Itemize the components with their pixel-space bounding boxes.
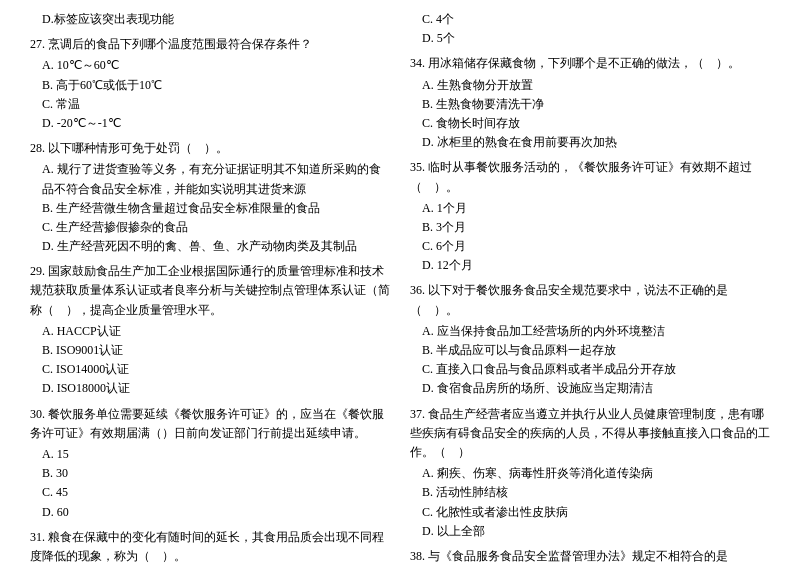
q36-opt-b: B. 半成品应可以与食品原料一起存放 xyxy=(410,341,770,360)
q29-opt-a: A. HACCP认证 xyxy=(30,322,390,341)
q31-text: 31. 粮食在保藏中的变化有随时间的延长，其食用品质会出现不同程度降低的现象，称… xyxy=(30,528,390,565)
option-d-label: D.标签应该突出表现功能 xyxy=(30,10,390,29)
q36-opt-a: A. 应当保持食品加工经营场所的内外环境整洁 xyxy=(410,322,770,341)
question-29: 29. 国家鼓励食品生产加工企业根据国际通行的质量管理标准和技术规范获取质量体系… xyxy=(30,262,390,398)
question-34: 34. 用冰箱储存保藏食物，下列哪个是不正确的做法，（ ）。 A. 生熟食物分开… xyxy=(410,54,770,152)
q35-opt-d: D. 12个月 xyxy=(410,256,770,275)
item-d: D.标签应该突出表现功能 xyxy=(30,10,390,29)
q37-opt-b: B. 活动性肺结核 xyxy=(410,483,770,502)
q35-opt-c: C. 6个月 xyxy=(410,237,770,256)
q34-opt-d: D. 冰柜里的熟食在食用前要再次加热 xyxy=(410,133,770,152)
opt-c4-label: C. 4个 xyxy=(410,10,770,29)
q36-text: 36. 以下对于餐饮服务食品安全规范要求中，说法不正确的是（ ）。 xyxy=(410,281,770,319)
q27-opt-b: B. 高于60℃或低于10℃ xyxy=(30,76,390,95)
q27-text: 27. 烹调后的食品下列哪个温度范围最符合保存条件？ xyxy=(30,35,390,54)
q38-text: 38. 与《食品服务食品安全监督管理办法》规定不相符合的是（ ）。 xyxy=(410,547,770,565)
q28-opt-a: A. 规行了进货查验等义务，有充分证据证明其不知道所采购的食品不符合食品安全标准… xyxy=(30,160,390,198)
q34-opt-b: B. 生熟食物要清洗干净 xyxy=(410,95,770,114)
question-28: 28. 以下哪种情形可免于处罚（ ）。 A. 规行了进货查验等义务，有充分证据证… xyxy=(30,139,390,256)
question-27: 27. 烹调后的食品下列哪个温度范围最符合保存条件？ A. 10℃～60℃ B.… xyxy=(30,35,390,133)
item-c4: C. 4个 D. 5个 xyxy=(410,10,770,48)
q27-opt-a: A. 10℃～60℃ xyxy=(30,56,390,75)
question-36: 36. 以下对于餐饮服务食品安全规范要求中，说法不正确的是（ ）。 A. 应当保… xyxy=(410,281,770,398)
q30-opt-c: C. 45 xyxy=(30,483,390,502)
q29-opt-c: C. ISO14000认证 xyxy=(30,360,390,379)
q36-opt-d: D. 食宿食品房所的场所、设施应当定期清洁 xyxy=(410,379,770,398)
q34-text: 34. 用冰箱储存保藏食物，下列哪个是不正确的做法，（ ）。 xyxy=(410,54,770,73)
question-30: 30. 餐饮服务单位需要延续《餐饮服务许可证》的，应当在《餐饮服务许可证》有效期… xyxy=(30,405,390,522)
q28-text: 28. 以下哪种情形可免于处罚（ ）。 xyxy=(30,139,390,158)
q35-text: 35. 临时从事餐饮服务活动的，《餐饮服务许可证》有效期不超过（ ）。 xyxy=(410,158,770,196)
left-column: D.标签应该突出表现功能 27. 烹调后的食品下列哪个温度范围最符合保存条件？ … xyxy=(30,10,390,565)
page-content: D.标签应该突出表现功能 27. 烹调后的食品下列哪个温度范围最符合保存条件？ … xyxy=(30,10,770,565)
q35-opt-b: B. 3个月 xyxy=(410,218,770,237)
q28-opt-c: C. 生产经营掺假掺杂的食品 xyxy=(30,218,390,237)
q30-text: 30. 餐饮服务单位需要延续《餐饮服务许可证》的，应当在《餐饮服务许可证》有效期… xyxy=(30,405,390,443)
question-37: 37. 食品生产经营者应当遵立并执行从业人员健康管理制度，患有哪些疾病有碍食品安… xyxy=(410,405,770,541)
question-38: 38. 与《食品服务食品安全监督管理办法》规定不相符合的是（ ）。 A. 在制作… xyxy=(410,547,770,565)
q37-opt-c: C. 化脓性或者渗出性皮肤病 xyxy=(410,503,770,522)
question-35: 35. 临时从事餐饮服务活动的，《餐饮服务许可证》有效期不超过（ ）。 A. 1… xyxy=(410,158,770,275)
q27-opt-c: C. 常温 xyxy=(30,95,390,114)
q28-opt-d: D. 生产经营死因不明的禽、兽、鱼、水产动物肉类及其制品 xyxy=(30,237,390,256)
question-31: 31. 粮食在保藏中的变化有随时间的延长，其食用品质会出现不同程度降低的现象，称… xyxy=(30,528,390,565)
right-column: C. 4个 D. 5个 34. 用冰箱储存保藏食物，下列哪个是不正确的做法，（ … xyxy=(410,10,770,565)
q27-opt-d: D. -20℃～-1℃ xyxy=(30,114,390,133)
q34-opt-a: A. 生熟食物分开放置 xyxy=(410,76,770,95)
q35-opt-a: A. 1个月 xyxy=(410,199,770,218)
opt-d5-label: D. 5个 xyxy=(410,29,770,48)
q37-text: 37. 食品生产经营者应当遵立并执行从业人员健康管理制度，患有哪些疾病有碍食品安… xyxy=(410,405,770,463)
q28-opt-b: B. 生产经营微生物含量超过食品安全标准限量的食品 xyxy=(30,199,390,218)
q30-opt-b: B. 30 xyxy=(30,464,390,483)
two-column-layout: D.标签应该突出表现功能 27. 烹调后的食品下列哪个温度范围最符合保存条件？ … xyxy=(30,10,770,565)
q36-opt-c: C. 直接入口食品与食品原料或者半成品分开存放 xyxy=(410,360,770,379)
q29-opt-b: B. ISO9001认证 xyxy=(30,341,390,360)
q30-opt-a: A. 15 xyxy=(30,445,390,464)
q29-opt-d: D. ISO18000认证 xyxy=(30,379,390,398)
q37-opt-a: A. 痢疾、伤寒、病毒性肝炎等消化道传染病 xyxy=(410,464,770,483)
q34-opt-c: C. 食物长时间存放 xyxy=(410,114,770,133)
q37-opt-d: D. 以上全部 xyxy=(410,522,770,541)
q29-text: 29. 国家鼓励食品生产加工企业根据国际通行的质量管理标准和技术规范获取质量体系… xyxy=(30,262,390,320)
q30-opt-d: D. 60 xyxy=(30,503,390,522)
